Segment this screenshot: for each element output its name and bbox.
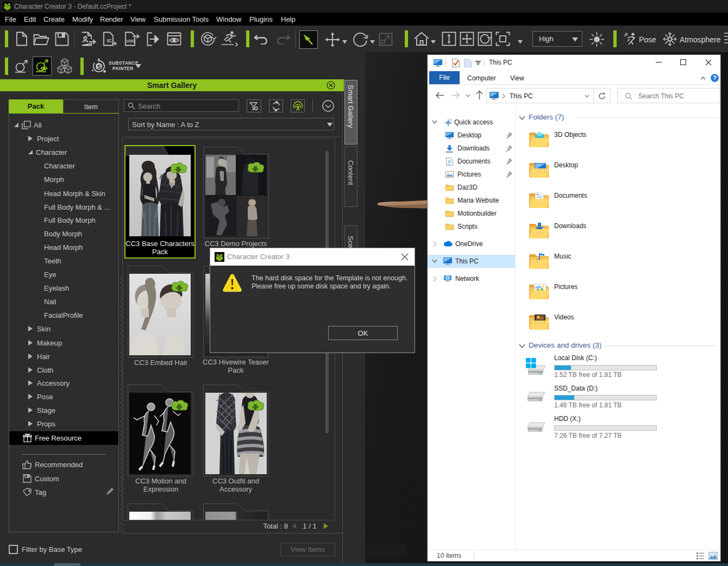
svg-text:USD: USD: [127, 39, 136, 43]
svg-text:S: S: [97, 64, 101, 70]
svg-text:IC: IC: [107, 38, 112, 43]
